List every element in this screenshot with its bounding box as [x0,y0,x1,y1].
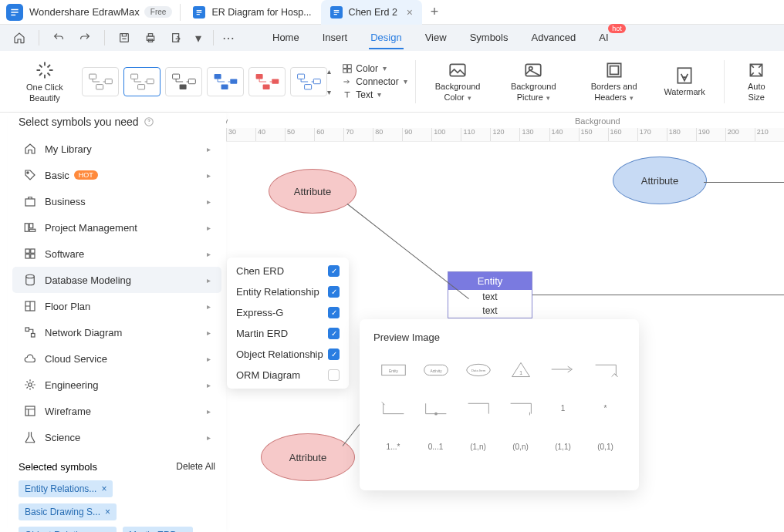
category-database-modeling[interactable]: Database Modeling▸ [12,267,221,293]
background-picture-button[interactable]: Background Picture▾ [497,60,570,102]
checkbox[interactable]: ✓ [328,265,340,277]
theme-option[interactable] [290,67,327,96]
preview-label[interactable]: (1,1) [543,431,583,462]
add-tab-button[interactable]: + [422,4,447,20]
connector[interactable] [347,204,469,299]
category-software[interactable]: Software▸ [12,241,221,267]
undo-icon[interactable] [49,28,69,48]
checkbox[interactable]: ✓ [328,348,340,360]
auto-size-button[interactable]: Auto Size [737,60,776,102]
checkbox[interactable]: ✓ [328,307,340,318]
submenu-orm-diagram[interactable]: ORM Diagram [227,365,349,386]
preview-shape[interactable] [586,354,625,385]
theme-option[interactable] [123,67,161,96]
close-icon[interactable]: × [101,483,106,494]
chip[interactable]: Martin ERD× [123,527,193,532]
checkbox[interactable] [328,369,340,381]
preview-shape[interactable]: Entity [373,354,413,385]
submenu-chen-erd[interactable]: Chen ERD✓ [227,261,349,281]
checkbox[interactable]: ✓ [328,328,340,339]
menu-view[interactable]: View [424,27,448,49]
submenu-entity-relationship[interactable]: Entity Relationship✓ [227,281,349,302]
redo-icon[interactable] [75,28,95,48]
connector[interactable] [704,182,784,183]
category-basic[interactable]: BasicHOT▸ [12,162,221,188]
preview-label[interactable]: 0...1 [416,431,455,462]
save-icon[interactable] [114,28,134,48]
submenu-object-relationship[interactable]: Object Relationship✓ [227,344,349,365]
chip[interactable]: Object Relations...× [19,527,117,532]
category-my-library[interactable]: My Library▸ [12,136,221,162]
preview-label[interactable]: (1,n) [458,431,498,462]
home-icon[interactable] [9,28,29,48]
submenu-martin-erd[interactable]: Martin ERD✓ [227,323,349,344]
preview-shape[interactable]: 1 [501,354,540,385]
svg-rect-14 [214,74,221,79]
theme-option[interactable] [207,67,244,96]
preview-shape[interactable] [501,392,540,423]
menu-symbols[interactable]: Symbols [468,27,510,49]
preview-shape[interactable]: Data Item [458,354,498,385]
connector-dropdown[interactable]: Connector▾ [342,76,407,87]
category-floor-plan[interactable]: Floor Plan▸ [12,293,221,319]
submenu-express-g[interactable]: Express-G✓ [227,302,349,323]
app-logo-icon [6,4,23,21]
borders-button[interactable]: Borders and Headers▾ [575,60,654,102]
theme-option[interactable] [248,67,286,96]
preview-shape[interactable] [373,392,413,423]
one-click-beautify[interactable]: One Click Beautify [8,51,82,112]
theme-gallery [82,67,327,96]
svg-point-44 [26,274,35,278]
attribute-shape[interactable]: Attribute [269,169,357,214]
svg-rect-11 [172,74,179,79]
checkbox[interactable]: ✓ [328,286,340,298]
preview-label[interactable]: * [586,392,625,423]
menu-insert[interactable]: Insert [321,27,350,49]
preview-label[interactable]: 1 [543,392,583,423]
category-science[interactable]: Science▸ [12,424,221,450]
preview-shape[interactable] [543,354,583,385]
menu-advanced[interactable]: Advanced [529,27,577,49]
category-business[interactable]: Business▸ [12,188,221,214]
category-project-management[interactable]: Project Management▸ [12,214,221,241]
tag-icon [23,168,37,182]
svg-rect-19 [272,79,279,83]
category-wireframe[interactable]: Wireframe▸ [12,398,221,424]
doc-tab-active[interactable]: Chen Erd 2 × [321,0,422,25]
preview-label[interactable]: (0,1) [586,431,625,462]
preview-shape[interactable]: Activity [416,354,455,385]
help-icon[interactable] [144,116,154,127]
delete-all-button[interactable]: Delete All [176,461,215,473]
text-dropdown[interactable]: Text▾ [342,89,407,100]
color-dropdown[interactable]: Color▾ [342,63,407,74]
chip[interactable]: Entity Relations...× [19,480,113,497]
theme-scroll[interactable]: ▴▾ [327,67,336,96]
chevron-down-icon[interactable]: ▾ [193,28,204,48]
attribute-shape[interactable]: Attribute [613,157,707,204]
category-network-diagram[interactable]: Network Diagram▸ [12,319,221,345]
attribute-shape[interactable]: Attribute [261,433,355,481]
background-color-button[interactable]: Background Color▾ [424,60,492,102]
preview-label[interactable]: (0,n) [501,431,540,462]
menu-design[interactable]: Design [369,27,403,49]
category-engineering[interactable]: Engineering▸ [12,372,221,398]
category-cloud-service[interactable]: Cloud Service▸ [12,345,221,372]
theme-option[interactable] [165,67,202,96]
preview-label[interactable]: 1...* [373,431,413,462]
menu-home[interactable]: Home [271,27,301,49]
close-icon[interactable]: × [407,6,413,19]
more-icon[interactable]: ⋯ [223,28,234,48]
preview-shape[interactable] [416,392,455,423]
export-icon[interactable] [167,28,187,48]
connector[interactable] [532,295,784,295]
entity-shape[interactable]: Entity text text [448,271,532,318]
print-icon[interactable] [140,28,161,48]
svg-rect-6 [96,84,103,89]
menu-ai[interactable]: AI hot [597,27,610,49]
close-icon[interactable]: × [105,507,110,517]
preview-shape[interactable] [458,392,498,423]
chip[interactable]: Basic Drawing S...× [19,503,117,520]
watermark-button[interactable]: Watermark [657,66,711,97]
theme-option[interactable] [82,67,119,96]
doc-tab[interactable]: ER Diagram for Hosp... [184,0,320,25]
